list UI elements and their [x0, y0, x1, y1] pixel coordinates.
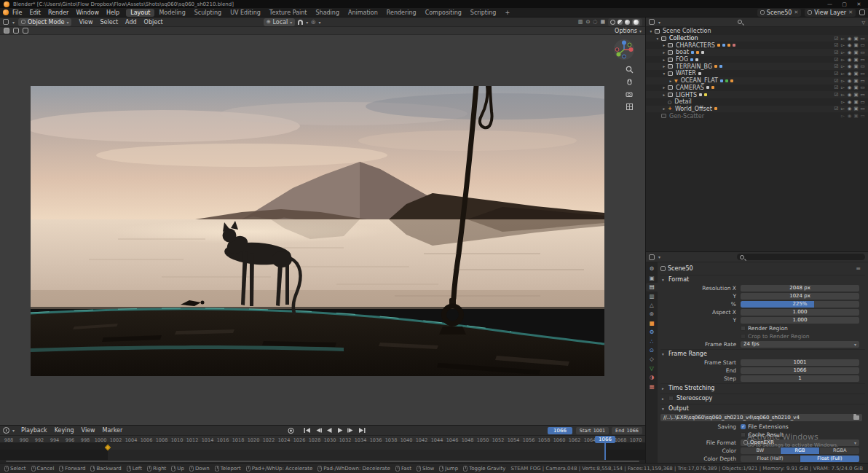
navigation-gizmo[interactable]: [613, 39, 635, 60]
timeline-menu-keying[interactable]: Keying: [51, 427, 78, 434]
properties-tab-object-data[interactable]: ▽: [646, 364, 658, 372]
show-overlays-icon[interactable]: ⊙: [585, 19, 590, 25]
frame-start-field[interactable]: Start 1001: [576, 427, 609, 434]
input-frame-rate[interactable]: 24 fps▾: [741, 341, 859, 348]
outliner-row-terrain-bg[interactable]: ▸TERRAIN_BG☑▻◉▣▭: [646, 63, 868, 70]
workspace-tab-scripting[interactable]: Scripting: [466, 9, 501, 17]
current-frame-field[interactable]: 1066: [548, 427, 572, 434]
compositor-icon[interactable]: ▦: [600, 19, 605, 25]
disclosure-icon[interactable]: ▸: [668, 79, 674, 83]
blender-menu-icon[interactable]: [3, 9, 9, 15]
search-icon[interactable]: [738, 20, 742, 24]
toggle-monitor-icon[interactable]: ▭: [859, 78, 866, 84]
timeline-menu-view[interactable]: View: [78, 427, 99, 434]
unlink-view-layer-icon[interactable]: ✕: [848, 9, 853, 15]
editor-type-icon[interactable]: [3, 19, 9, 25]
toggle-pointer-icon[interactable]: ▻: [840, 71, 846, 77]
workspace-tab-shading[interactable]: Shading: [311, 9, 344, 17]
show-gizmo-icon[interactable]: ▥: [578, 19, 583, 25]
outliner-row-boat[interactable]: ▸boat☑▻◉▣▭: [646, 49, 868, 56]
id-options-icon[interactable]: ≡: [856, 265, 861, 272]
input-y[interactable]: 1024 px: [741, 293, 859, 300]
menu-edit[interactable]: Edit: [25, 9, 44, 16]
toggle-pointer-icon[interactable]: ▻: [840, 92, 846, 98]
toggle-check-icon[interactable]: ☑: [833, 63, 840, 69]
input-y[interactable]: 1.000: [741, 317, 859, 324]
properties-tab-view-layer[interactable]: ▥: [646, 292, 658, 300]
toggle-eye-icon[interactable]: ◉: [846, 57, 853, 63]
move-view-hand-icon[interactable]: [626, 78, 634, 86]
option-bw[interactable]: BW: [741, 447, 780, 454]
panel-section-format[interactable]: ▾Format: [660, 275, 865, 284]
close-button[interactable]: ✕: [853, 1, 864, 7]
properties-tab-scene[interactable]: △: [646, 301, 658, 310]
mode-dropdown[interactable]: Object Mode ▾: [18, 18, 71, 26]
outliner-row-gen-scatter[interactable]: Gen-Scatter▻◉▣▭: [646, 112, 868, 120]
toggle-check-icon[interactable]: ☑: [833, 78, 840, 84]
toggle-camera-icon[interactable]: ▣: [853, 63, 859, 69]
input-resolution-x[interactable]: 2048 px: [741, 285, 859, 292]
properties-tab-render[interactable]: ▣: [646, 273, 658, 282]
toggle-pointer-icon[interactable]: ▻: [840, 57, 846, 63]
properties-tab-world[interactable]: ⊚: [646, 310, 658, 318]
proportional-chevron-icon[interactable]: ▾: [318, 20, 320, 25]
prev-keyframe-icon[interactable]: [314, 427, 323, 434]
viewport-canvas[interactable]: [0, 35, 645, 425]
snap-chevron-icon[interactable]: ▾: [306, 20, 308, 25]
section-checkbox[interactable]: [668, 396, 674, 401]
snap-magnet-icon[interactable]: [298, 20, 303, 25]
toggle-eye-icon[interactable]: ◉: [846, 92, 853, 98]
toggle-pointer-icon[interactable]: ▻: [840, 36, 846, 42]
camera-view-icon[interactable]: [626, 90, 634, 98]
menu-file[interactable]: File: [9, 9, 25, 16]
input-aspect-x[interactable]: 1.000: [741, 309, 859, 316]
toggle-monitor-icon[interactable]: ▭: [859, 92, 866, 98]
disclosure-icon[interactable]: ▸: [661, 43, 667, 47]
workspace-tab-rendering[interactable]: Rendering: [382, 9, 421, 17]
workspace-tab-uv-editing[interactable]: UV Editing: [226, 9, 265, 17]
toggle-pointer-icon[interactable]: ▻: [840, 50, 846, 55]
toggle-check-icon[interactable]: ☑: [833, 71, 840, 77]
properties-tab-particles[interactable]: ∴: [646, 337, 658, 345]
properties-tab-object[interactable]: ■: [646, 318, 658, 327]
menu-window[interactable]: Window: [72, 9, 103, 16]
timeline-track-area[interactable]: [0, 443, 645, 460]
outliner-row-fog[interactable]: ▸FOG☑▻◉▣▭: [646, 56, 868, 63]
disclosure-icon[interactable]: ▸: [661, 93, 667, 97]
workspace-tab-texture-paint[interactable]: Texture Paint: [265, 9, 312, 17]
viewport-menu-add[interactable]: Add: [122, 19, 141, 26]
input-frame-start[interactable]: 1001: [741, 359, 859, 366]
toggle-eye-icon[interactable]: ◉: [846, 99, 853, 105]
toggle-monitor-icon[interactable]: ▭: [859, 57, 866, 63]
wireframe-shading-icon[interactable]: [610, 20, 615, 25]
display-settings-icon[interactable]: [859, 9, 865, 15]
disclosure-icon[interactable]: ▸: [661, 64, 667, 69]
toggle-check-icon[interactable]: ☑: [833, 106, 840, 112]
jump-to-start-icon[interactable]: [303, 427, 312, 434]
option-rgba[interactable]: RGBA: [820, 447, 859, 454]
toggle-monitor-icon[interactable]: ▭: [859, 63, 866, 69]
workspace-tab-layout[interactable]: Layout: [126, 9, 154, 17]
toggle-pointer-icon[interactable]: ▻: [840, 113, 846, 119]
frame-end-field[interactable]: End 1066: [612, 427, 642, 434]
toggle-eye-icon[interactable]: ◉: [846, 63, 853, 69]
toggle-eye-icon[interactable]: ◉: [846, 36, 853, 42]
outliner-row-lights[interactable]: ▸LIGHTS☑▻◉▣▭: [646, 91, 868, 98]
toggle-check-icon[interactable]: ☑: [833, 85, 840, 90]
outliner-row-scene-collection[interactable]: ▾Scene Collection: [646, 28, 868, 35]
properties-tab-texture[interactable]: ▦: [646, 382, 658, 391]
checkbox-render-region[interactable]: [741, 326, 746, 331]
disclosure-icon[interactable]: ▸: [661, 58, 667, 62]
option-rgb[interactable]: RGB: [781, 447, 820, 454]
outliner-row-collection[interactable]: ▾Collection☑▻◉▣▭: [646, 35, 868, 42]
toggle-camera-icon[interactable]: ▣: [853, 106, 859, 112]
toggle-camera-icon[interactable]: ▣: [853, 85, 859, 90]
maximize-button[interactable]: ▢: [839, 1, 850, 7]
toggle-eye-icon[interactable]: ◉: [846, 71, 853, 77]
toggle-pointer-icon[interactable]: ▻: [840, 99, 846, 105]
material-preview-icon[interactable]: [625, 20, 630, 25]
disclosure-icon[interactable]: ▸: [661, 106, 667, 111]
output-path-input[interactable]: //..\..\EXR\sq060\sq060_sh0210_v4\sq060_…: [660, 414, 862, 421]
solid-shading-icon[interactable]: [618, 20, 623, 25]
options-dropdown[interactable]: Options ▾: [615, 28, 642, 34]
